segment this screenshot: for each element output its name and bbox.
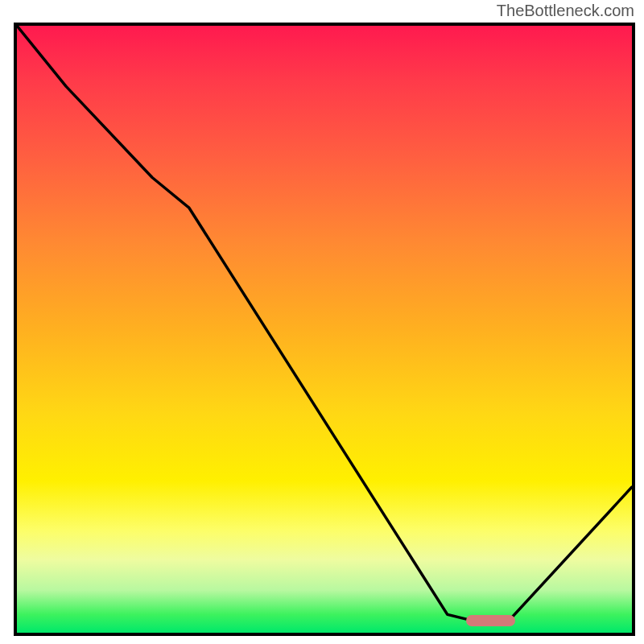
chart-line-svg bbox=[17, 26, 632, 633]
chart-target-marker bbox=[466, 615, 515, 626]
chart-frame bbox=[14, 23, 635, 636]
watermark-text: TheBottleneck.com bbox=[497, 2, 634, 20]
chart-line-path bbox=[17, 26, 632, 621]
